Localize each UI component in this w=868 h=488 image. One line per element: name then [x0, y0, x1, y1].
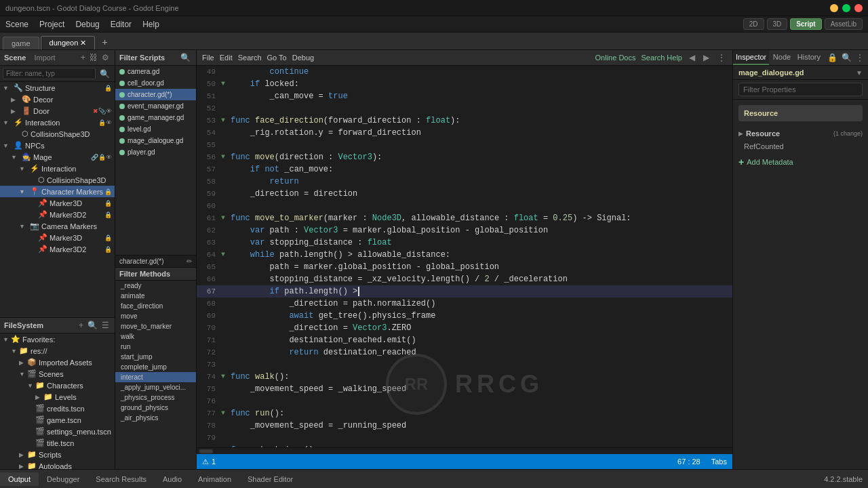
tree-item-mage[interactable]: ▼ 🧙 Mage 🔗 🔒 👁	[0, 151, 115, 163]
tree-item-marker2[interactable]: 📌 Marker3D2 🔒	[0, 209, 115, 220]
method-animate[interactable]: animate	[115, 291, 196, 301]
inspector-filter-input[interactable]	[738, 83, 863, 96]
editor-edit-menu[interactable]: Edit	[220, 54, 233, 62]
mode-3d[interactable]: 3D	[773, 20, 782, 28]
method-ground-physics[interactable]: ground_physics	[115, 403, 196, 413]
online-docs-link[interactable]: Online Docs	[595, 54, 636, 62]
tree-item-char-markers[interactable]: ▼ 📍 Character Markers 🔒	[0, 186, 115, 197]
fs-title[interactable]: 🎬 title.tscn	[0, 437, 115, 449]
inspector-dropdown-icon[interactable]: ▼	[856, 69, 863, 77]
method-walk[interactable]: walk	[115, 331, 196, 342]
fs-game[interactable]: 🎬 game.tscn	[0, 414, 115, 426]
method-start-jump[interactable]: start_jump	[115, 352, 196, 362]
script-player[interactable]: player.gd	[115, 146, 196, 158]
fs-scenes[interactable]: ▼ 🎬 Scenes	[0, 368, 115, 380]
fs-scripts[interactable]: ▶ 📁 Scripts	[0, 449, 115, 460]
nav-next-button[interactable]: ▶	[702, 52, 711, 63]
inspector-lock-button[interactable]: 🔒	[826, 52, 839, 63]
fs-more-button[interactable]: ☰	[100, 320, 111, 331]
tab-game[interactable]: game	[3, 37, 39, 49]
scene-options-button[interactable]: ⚙	[100, 52, 111, 63]
method-physics-process[interactable]: _physics_process	[115, 392, 196, 403]
inspector-filter-button[interactable]: 🔍	[840, 52, 853, 63]
bottom-tab-audio[interactable]: Audio	[155, 472, 190, 486]
inspector-add-metadata[interactable]: + Add Metadata	[738, 152, 863, 171]
mode-2d[interactable]: 2D	[749, 20, 758, 28]
editor-more-button[interactable]: ⋮	[716, 52, 727, 63]
tree-item-camera-markers[interactable]: ▼ 📷 Camera Markers	[0, 220, 115, 232]
scene-filter-button[interactable]: 🔍	[98, 68, 111, 79]
script-camera[interactable]: camera.gd	[115, 66, 196, 77]
script-level[interactable]: level.gd	[115, 123, 196, 135]
method-run[interactable]: run	[115, 342, 196, 352]
tree-item-interaction1[interactable]: ▼ ⚡ Interaction 🔒 👁	[0, 117, 115, 128]
method-air-physics[interactable]: _air_physics	[115, 413, 196, 423]
fs-characters[interactable]: ▼ 📁 Characters	[0, 380, 115, 391]
method-ready[interactable]: _ready	[115, 281, 196, 291]
menu-debug[interactable]: Debug	[75, 20, 99, 29]
editor-file-menu[interactable]: File	[202, 54, 214, 62]
instance-node-button[interactable]: ⛓	[88, 52, 99, 63]
inspector-more-button[interactable]: ⋮	[854, 52, 865, 63]
fs-search-button[interactable]: 🔍	[86, 320, 99, 331]
tree-item-collision2[interactable]: ⬡ CollisionShape3D	[0, 174, 115, 186]
tab-dungeon[interactable]: dungeon ✕	[41, 36, 96, 49]
method-apply-jump[interactable]: _apply_jump_veloci...	[115, 382, 196, 392]
fs-settings[interactable]: 🎬 settings_menu.tscn	[0, 426, 115, 437]
method-move-to-marker[interactable]: move_to_marker	[115, 321, 196, 331]
tree-item-npcs[interactable]: ▼ 👤 NPCs	[0, 140, 115, 151]
error-indicator[interactable]: ⚠ 1	[202, 458, 216, 466]
tree-item-interaction2[interactable]: ▼ ⚡ Interaction	[0, 163, 115, 174]
tree-item-structure[interactable]: ▼ 🔧 Structure 🔒	[0, 82, 115, 94]
script-event-manager[interactable]: event_manager.gd	[115, 100, 196, 112]
search-help-link[interactable]: Search Help	[641, 54, 682, 62]
method-move[interactable]: move	[115, 311, 196, 321]
script-mage-dialogue[interactable]: mage_dialogue.gd	[115, 135, 196, 146]
scripts-search-button[interactable]: 🔍	[179, 52, 192, 63]
bottom-tab-debugger[interactable]: Debugger	[39, 472, 87, 486]
close-button[interactable]	[854, 4, 863, 12]
tree-item-cam-marker2[interactable]: 📌 Marker3D2 🔒	[0, 243, 115, 255]
editor-goto-menu[interactable]: Go To	[267, 54, 287, 62]
mode-assetlib[interactable]: AssetLib	[831, 20, 856, 28]
fs-favorites[interactable]: ▼ ⭐ Favorites:	[0, 333, 115, 345]
bottom-tab-animation[interactable]: Animation	[190, 472, 239, 486]
method-interact[interactable]: interact	[115, 372, 196, 382]
inspector-tab-inspector[interactable]: Inspector	[733, 50, 769, 65]
code-editor[interactable]: 49 continue 50 ▼ if locked: 51 _can_move…	[197, 66, 732, 447]
fs-autoloads[interactable]: ▶ 📁 Autoloads	[0, 460, 115, 469]
bottom-tab-search[interactable]: Search Results	[87, 472, 155, 486]
tree-item-door[interactable]: ▶ 🚪 Door ✖ 📎 👁	[0, 105, 115, 117]
fs-credits[interactable]: 🎬 credits.tscn	[0, 403, 115, 414]
fs-add-button[interactable]: +	[77, 320, 85, 331]
import-label[interactable]: Import	[34, 54, 55, 62]
tree-item-decor[interactable]: ▶ 🎨 Decor	[0, 94, 115, 105]
inspector-tab-node[interactable]: Node	[769, 50, 795, 65]
script-game-manager[interactable]: game_manager.gd	[115, 112, 196, 123]
script-character[interactable]: character.gd(*)	[115, 89, 196, 100]
menu-scene[interactable]: Scene	[5, 20, 28, 29]
fs-imported[interactable]: ▶ 📦 Imported Assets	[0, 357, 115, 368]
menu-editor[interactable]: Editor	[111, 20, 132, 29]
fs-res[interactable]: ▼ 📁 res://	[0, 345, 115, 357]
inspector-resource-header[interactable]: ▶ Resource (1 change)	[738, 127, 863, 140]
editor-search-menu[interactable]: Search	[238, 54, 262, 62]
scene-filter-input[interactable]	[3, 68, 96, 79]
minimize-button[interactable]	[830, 4, 838, 12]
tree-item-marker1[interactable]: 📌 Marker3D 🔒	[0, 197, 115, 209]
tree-item-cam-marker1[interactable]: 📌 Marker3D 🔒	[0, 232, 115, 243]
fs-levels[interactable]: ▶ 📁 Levels	[0, 391, 115, 403]
method-complete-jump[interactable]: complete_jump	[115, 362, 196, 372]
bottom-tab-output[interactable]: Output	[0, 472, 39, 486]
method-face-direction[interactable]: face_direction	[115, 301, 196, 311]
nav-prev-button[interactable]: ◀	[688, 52, 696, 63]
inspector-tab-history[interactable]: History	[795, 50, 823, 65]
tree-item-collision1[interactable]: ⬡ CollisionShape3D	[0, 128, 115, 140]
mode-script[interactable]: Script	[796, 20, 815, 28]
editor-debug-menu[interactable]: Debug	[292, 54, 314, 62]
script-cell-door[interactable]: cell_door.gd	[115, 77, 196, 89]
menu-help[interactable]: Help	[142, 20, 159, 29]
menu-project[interactable]: Project	[39, 20, 64, 29]
add-tab-button[interactable]: +	[98, 35, 111, 49]
add-node-button[interactable]: +	[79, 52, 87, 63]
